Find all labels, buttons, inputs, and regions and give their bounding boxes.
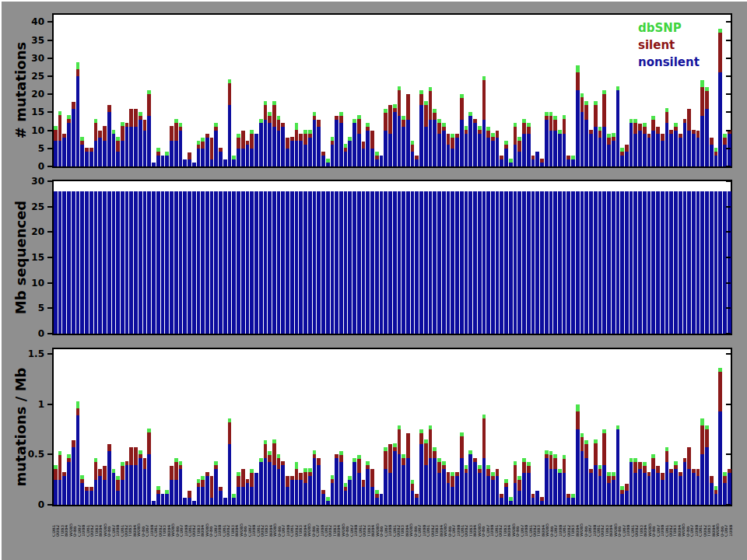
axis-tick: [726, 180, 731, 182]
bar-segment: [687, 191, 691, 334]
bar-segment: [165, 191, 169, 334]
bar-segment: [129, 191, 133, 334]
sample-id-label: T083: [673, 510, 676, 537]
sample-bar: [393, 191, 397, 334]
bar-segment: [161, 494, 165, 505]
bar-segment: [223, 498, 227, 505]
bar-segment: [500, 159, 503, 166]
sample-bar: [290, 137, 294, 166]
bar-segment: [468, 454, 472, 505]
bar-segment: [366, 191, 370, 334]
sample-id-label: 8084: [644, 510, 647, 537]
sample-id-label: W085: [69, 510, 72, 537]
bar-segment: [94, 141, 98, 166]
bar-segment: [589, 191, 593, 334]
bar-segment: [531, 191, 535, 334]
sample-bar: [125, 191, 129, 334]
sample-id-label: 0082: [295, 510, 298, 537]
bar-segment: [517, 491, 521, 505]
bar-segment: [598, 476, 602, 505]
bar-segment: [134, 465, 138, 505]
bar-segment: [424, 105, 428, 127]
sample-bar: [308, 191, 312, 334]
sample-bar: [205, 472, 209, 505]
bar-segment: [478, 191, 482, 334]
sample-bar: [384, 109, 388, 166]
sample-bar: [344, 191, 348, 334]
sample-bar: [370, 131, 374, 166]
bar-segment: [89, 191, 93, 334]
sample-bar: [535, 491, 539, 505]
sample-id-label: 0-86: [278, 510, 281, 537]
bar-segment: [241, 469, 245, 487]
sample-id-label: 1088: [559, 510, 562, 537]
sample-bar: [326, 159, 330, 166]
sample-bar: [179, 461, 183, 505]
bar-segment: [348, 191, 352, 334]
bar-segment: [496, 469, 500, 476]
sample-bar: [509, 191, 513, 334]
sample-bar: [339, 191, 343, 334]
bar-segment: [424, 191, 428, 334]
sample-id-label: C081: [461, 510, 464, 537]
yaxis-label-mutations-per-mb: mutations / Mb: [12, 368, 29, 487]
bar-segment: [295, 130, 299, 141]
window-edge-top: [0, 0, 747, 2]
sample-bar: [669, 191, 673, 334]
bar-segment: [134, 109, 138, 127]
bar-segment: [295, 123, 299, 130]
bar-segment: [429, 458, 433, 505]
sample-bar: [143, 458, 147, 505]
sample-bar: [558, 469, 562, 505]
bar-segment: [517, 152, 521, 166]
bar-segment: [504, 487, 508, 505]
axis-tick: [726, 353, 731, 355]
bar-segment: [496, 131, 500, 138]
bar-segment: [339, 116, 343, 123]
bar-segment: [62, 138, 66, 166]
sample-id-label: 8084: [167, 510, 170, 537]
bar-segment: [491, 191, 495, 334]
sample-bar: [299, 134, 303, 166]
bar-segment: [210, 498, 214, 505]
bar-segment: [514, 191, 517, 334]
bar-segment: [571, 191, 575, 334]
sample-bar: [54, 126, 58, 166]
bar-segment: [174, 141, 178, 166]
sample-bar: [121, 462, 124, 505]
axis-tick: [47, 257, 52, 258]
sample-bar: [651, 191, 655, 334]
sample-bar: [277, 191, 281, 334]
sample-id-label: 0-86: [516, 510, 519, 537]
bar-segment: [183, 191, 187, 334]
sample-bar: [339, 112, 343, 166]
bar-segment: [299, 141, 303, 166]
bar-segment: [295, 141, 299, 166]
bar-segment: [384, 451, 388, 469]
bar-segment: [237, 191, 240, 334]
bar-segment: [553, 131, 557, 166]
bar-segment: [705, 91, 709, 109]
bar-segment: [468, 191, 472, 334]
bar-segment: [419, 433, 423, 444]
sample-id-label: 0-86: [721, 510, 724, 537]
axis-tick: [47, 404, 52, 405]
bar-segment: [705, 429, 709, 447]
bar-segment: [669, 191, 673, 334]
sample-bar: [241, 469, 245, 505]
bar-segment: [563, 119, 566, 134]
sample-bar: [201, 476, 205, 505]
bar-segment: [692, 473, 696, 505]
bar-segment: [344, 152, 348, 166]
sample-bar: [321, 152, 325, 166]
sample-bar: [612, 191, 615, 334]
bar-segment: [72, 447, 75, 505]
bar-segment: [482, 191, 486, 334]
sample-bar: [700, 418, 704, 505]
sample-id-label: C081: [529, 510, 532, 537]
bar-segment: [612, 191, 615, 334]
bar-segment: [491, 141, 495, 166]
bar-segment: [656, 134, 660, 166]
sample-id-label: 8084: [576, 510, 579, 537]
sample-bar: [566, 156, 570, 166]
